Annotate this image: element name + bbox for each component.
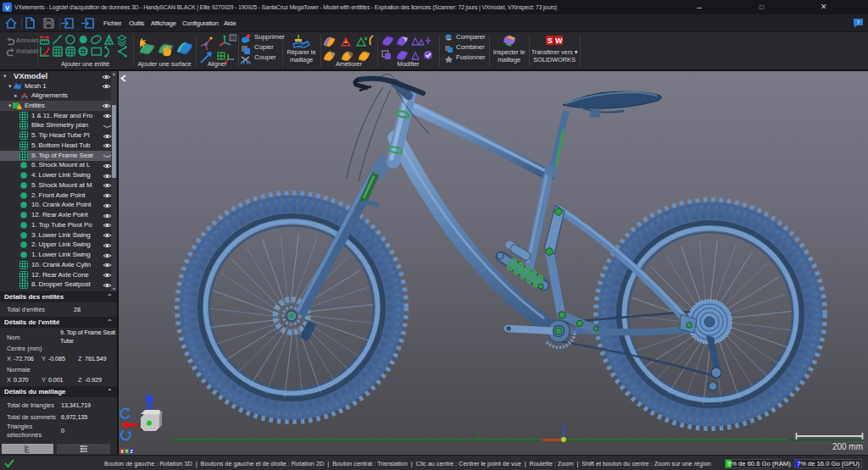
svg-text:200 mm: 200 mm — [832, 442, 863, 451]
svg-text:S: S — [548, 36, 553, 45]
svg-text:V: V — [5, 4, 9, 12]
svg-text:W: W — [555, 36, 563, 45]
svg-text:X: X — [120, 449, 124, 454]
svg-text:?: ? — [857, 19, 860, 25]
svg-text:Y: Y — [125, 449, 129, 454]
